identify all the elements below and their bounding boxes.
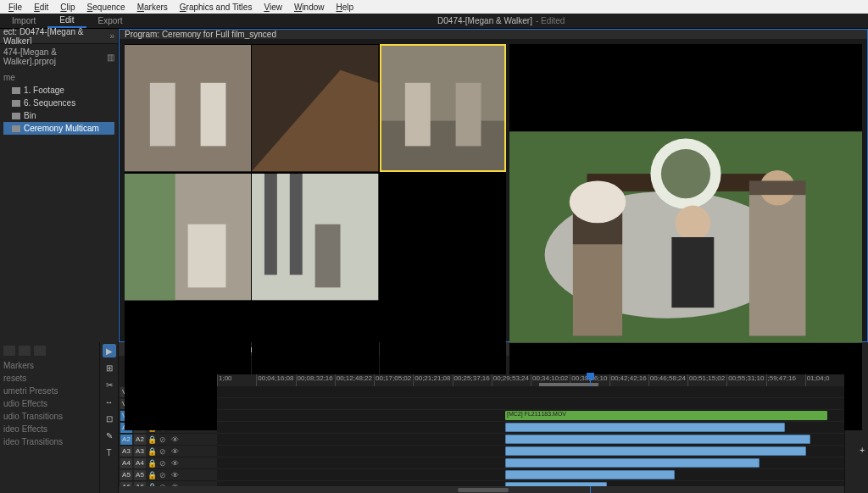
workspace-edit[interactable]: Edit bbox=[47, 14, 86, 28]
track-header[interactable]: A3A3🔒⊘👁 bbox=[119, 446, 217, 457]
sync-lock-icon[interactable]: ⊘ bbox=[159, 471, 170, 479]
ruler-tick: 00;51;15;02 bbox=[687, 374, 726, 386]
workspace-export[interactable]: Export bbox=[86, 14, 135, 28]
eye-icon[interactable]: 👁 bbox=[171, 447, 181, 456]
cam-3[interactable] bbox=[380, 44, 506, 172]
panel-tab[interactable] bbox=[19, 346, 31, 356]
effects-folder[interactable]: umetri Presets bbox=[3, 385, 96, 397]
eye-icon[interactable]: 👁 bbox=[171, 459, 181, 468]
bin-item[interactable]: Bin bbox=[3, 109, 114, 122]
eye-icon[interactable]: 👁 bbox=[171, 471, 181, 479]
type-tool[interactable]: T bbox=[103, 446, 116, 459]
track-source[interactable]: A3 bbox=[134, 446, 146, 457]
track-target[interactable]: A3 bbox=[120, 446, 132, 457]
audio-track[interactable] bbox=[217, 481, 844, 486]
eye-icon[interactable]: 👁 bbox=[171, 435, 181, 444]
sync-lock-icon[interactable]: ⊘ bbox=[159, 459, 170, 468]
track-source[interactable]: A2 bbox=[134, 435, 146, 445]
sync-lock-icon[interactable]: ⊘ bbox=[159, 435, 170, 444]
timeline-ruler[interactable]: 1;0000;04;16;0800;08;32;1600;12;48;2200;… bbox=[217, 374, 844, 386]
workspace-import[interactable]: Import bbox=[0, 14, 47, 28]
menu-file[interactable]: File bbox=[3, 3, 27, 12]
bin-item[interactable]: 1. Footage bbox=[3, 84, 114, 97]
program-monitor: Program: Ceremony for Full film_synced bbox=[119, 29, 868, 342]
panel-tab[interactable] bbox=[34, 346, 46, 356]
audio-track[interactable] bbox=[217, 422, 844, 434]
effects-folder[interactable]: udio Effects bbox=[3, 397, 96, 410]
effects-folder[interactable]: ideo Transitions bbox=[3, 435, 96, 448]
ripple-tool[interactable]: ✂ bbox=[103, 378, 116, 391]
audio-clip[interactable] bbox=[505, 423, 785, 432]
track-target[interactable]: A4 bbox=[120, 458, 132, 468]
scrollbar-thumb[interactable] bbox=[458, 488, 509, 492]
lock-icon[interactable]: 🔒 bbox=[147, 459, 158, 468]
selection-tool[interactable]: ▶ bbox=[103, 344, 116, 357]
bin-item[interactable]: 6. Sequences bbox=[3, 97, 114, 109]
cam-2[interactable] bbox=[252, 44, 378, 172]
menu-view[interactable]: View bbox=[259, 3, 287, 12]
ruler-tick: 00;21;21;08 bbox=[413, 374, 452, 386]
track-header[interactable]: A5A5🔒⊘👁 bbox=[119, 469, 217, 481]
lock-icon[interactable]: 🔒 bbox=[147, 471, 158, 479]
ruler-tick: 00;29;53;24 bbox=[492, 374, 531, 386]
audio-clip[interactable] bbox=[505, 435, 810, 444]
video-track[interactable] bbox=[217, 398, 844, 410]
close-icon[interactable]: » bbox=[109, 31, 114, 41]
svg-rect-10 bbox=[125, 174, 175, 300]
cam-1[interactable] bbox=[125, 44, 251, 172]
pen-tool[interactable]: ✎ bbox=[103, 429, 116, 442]
menu-markers[interactable]: Markers bbox=[132, 3, 173, 12]
cam-5[interactable] bbox=[252, 173, 378, 301]
ruler-tick: 00;04;16;08 bbox=[256, 374, 295, 386]
program-header[interactable]: Program: Ceremony for Full film_synced bbox=[120, 30, 867, 39]
menu-graphics[interactable]: Graphics and Titles bbox=[175, 3, 258, 12]
program-output[interactable] bbox=[509, 44, 862, 430]
ruler-tick: 00;55;31;10 bbox=[726, 374, 765, 386]
effects-folder[interactable]: udio Transitions bbox=[3, 410, 96, 423]
tool-palette: ▶ ⊞ ✂ ↔ ⊡ ✎ T bbox=[100, 342, 119, 493]
track-header[interactable]: A4A4🔒⊘👁 bbox=[119, 457, 217, 469]
effects-folder[interactable]: resets bbox=[3, 372, 96, 385]
track-area[interactable]: [MC2] FL211183.MOV bbox=[217, 386, 844, 486]
video-track[interactable]: [MC2] FL211183.MOV bbox=[217, 410, 844, 422]
slip-tool[interactable]: ⊡ bbox=[103, 412, 116, 425]
menu-bar: File Edit Clip Sequence Markers Graphics… bbox=[0, 0, 868, 14]
menu-window[interactable]: Window bbox=[289, 3, 330, 12]
button-editor[interactable]: + bbox=[860, 446, 865, 455]
folder-icon[interactable]: ▥ bbox=[107, 53, 114, 62]
audio-clip[interactable] bbox=[505, 458, 760, 468]
video-clip[interactable]: [MC2] FL211183.MOV bbox=[505, 411, 827, 420]
track-select-tool[interactable]: ⊞ bbox=[103, 361, 116, 374]
track-target[interactable]: A2 bbox=[120, 435, 132, 445]
timeline-scrollbar[interactable] bbox=[119, 486, 844, 493]
cam-6[interactable] bbox=[380, 173, 506, 301]
audio-track[interactable] bbox=[217, 469, 844, 481]
svg-rect-6 bbox=[380, 121, 506, 172]
track-header[interactable]: A2A2🔒⊘👁 bbox=[119, 434, 217, 446]
audio-track[interactable] bbox=[217, 434, 844, 446]
audio-clip[interactable] bbox=[505, 446, 806, 456]
bin-item[interactable]: Ceremony Multicam bbox=[3, 122, 114, 135]
lock-icon[interactable]: 🔒 bbox=[147, 435, 158, 444]
menu-help[interactable]: Help bbox=[331, 3, 359, 12]
sync-lock-icon[interactable]: ⊘ bbox=[159, 447, 170, 456]
video-track[interactable] bbox=[217, 386, 844, 398]
track-target[interactable]: A5 bbox=[120, 470, 132, 480]
audio-clip[interactable] bbox=[505, 482, 607, 486]
audio-clip[interactable] bbox=[505, 470, 675, 479]
cam-4[interactable] bbox=[125, 173, 251, 301]
menu-edit[interactable]: Edit bbox=[29, 3, 53, 12]
project-panel-header[interactable]: ect: D0474-[Megan & Walker]» bbox=[0, 29, 118, 44]
audio-track[interactable] bbox=[217, 457, 844, 469]
panel-tab[interactable] bbox=[3, 346, 15, 356]
menu-sequence[interactable]: Sequence bbox=[82, 3, 131, 12]
track-source[interactable]: A5 bbox=[134, 470, 146, 480]
multicam-grid bbox=[125, 44, 506, 430]
audio-track[interactable] bbox=[217, 446, 844, 457]
effects-folder[interactable]: ideo Effects bbox=[3, 423, 96, 435]
lock-icon[interactable]: 🔒 bbox=[147, 447, 158, 456]
project-label: me bbox=[3, 73, 114, 82]
menu-clip[interactable]: Clip bbox=[55, 3, 80, 12]
razor-tool[interactable]: ↔ bbox=[103, 395, 116, 408]
track-source[interactable]: A4 bbox=[134, 458, 146, 468]
